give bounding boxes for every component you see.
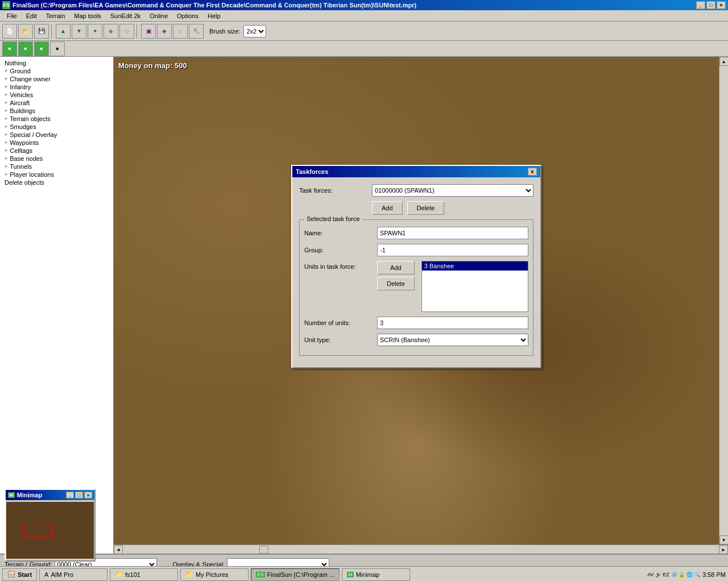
expand-icon: + xyxy=(5,84,7,90)
minimap-title: Minimap xyxy=(17,492,43,498)
unit-type-select[interactable]: SCRIN (Banshee) xyxy=(377,334,528,346)
minimap-close[interactable]: × xyxy=(84,492,92,498)
tool2[interactable]: ▼ xyxy=(72,24,86,39)
tool-c[interactable]: ■ xyxy=(34,41,49,56)
sep1 xyxy=(51,24,53,39)
h-scrollbar-thumb[interactable] xyxy=(259,546,268,554)
taskbar-finalsun[interactable]: FS FinalSun (C:\Program ... xyxy=(251,568,340,581)
brush-size-label: Brush size: xyxy=(209,28,240,35)
menu-file[interactable]: File xyxy=(2,11,22,20)
scroll-up-btn[interactable]: ▲ xyxy=(719,57,729,66)
group-input[interactable] xyxy=(377,244,528,256)
open-btn[interactable]: 📂 xyxy=(18,24,33,39)
brush-size-select[interactable]: 1x1 2x2 3x3 4x4 5x5 6x6 xyxy=(243,25,266,38)
minimap-canvas[interactable] xyxy=(6,502,94,559)
scroll-down-btn[interactable]: ▼ xyxy=(719,535,729,544)
taskbar-pictures-icon: 📁 xyxy=(185,571,193,578)
tool9[interactable]: 🔧 xyxy=(189,24,204,39)
taskbar-fs101[interactable]: 📁 fs101 xyxy=(110,568,178,581)
taskbar-finalsun-label: FinalSun (C:\Program ... xyxy=(267,571,335,578)
minimap-maximize[interactable]: □ xyxy=(75,492,83,498)
tree-item-label: Player locations xyxy=(10,171,54,178)
menu-edit[interactable]: Edit xyxy=(22,11,42,20)
tree-item-nothing[interactable]: Nothing xyxy=(0,59,113,67)
menu-sunedit[interactable]: SunEdit 2k xyxy=(106,11,145,20)
start-button[interactable]: 🪟 Start xyxy=(2,568,37,581)
taskbar-right: AV 🔊 EZ ⚙️ 🔒 🌐 🔍 3:58 PM xyxy=(647,571,726,578)
menu-terrain[interactable]: Terrain xyxy=(42,11,70,20)
tree-item-player-locations[interactable]: + Player locations xyxy=(0,171,113,178)
tree-item-label: Base nodes xyxy=(10,155,43,162)
tree-item-smudges[interactable]: + Smudges xyxy=(0,123,113,131)
scroll-left-btn[interactable]: ◄ xyxy=(114,545,123,554)
map-scrollbar-bottom[interactable]: ◄ ► xyxy=(114,544,728,554)
dialog-close-btn[interactable]: × xyxy=(528,168,537,176)
tree-item-infantry[interactable]: + Infantry xyxy=(0,83,113,91)
tool3[interactable]: ✦ xyxy=(88,24,102,39)
taskbar-minimap-label: Minimap xyxy=(356,571,380,578)
group-label: Group: xyxy=(304,247,373,253)
taskbar-aim[interactable]: A AIM Pro xyxy=(39,568,107,581)
add-unit-btn[interactable]: Add xyxy=(377,261,415,275)
taskbar-minimap[interactable]: M Minimap xyxy=(342,568,410,581)
close-btn[interactable]: × xyxy=(717,1,726,9)
tool1[interactable]: ▲ xyxy=(56,24,71,39)
scroll-right-btn[interactable]: ► xyxy=(719,545,728,554)
taskbar-finalsun-icon: FS xyxy=(256,572,265,577)
map-area[interactable]: Money on map: 500 Taskforces × Task forc… xyxy=(114,57,719,544)
tree-item-label: Infantry xyxy=(10,84,31,90)
tool-d[interactable]: ■ xyxy=(50,41,65,56)
tool5[interactable]: ◇ xyxy=(119,24,134,39)
tree-item-ground[interactable]: + Ground xyxy=(0,67,113,75)
minimize-btn[interactable]: _ xyxy=(696,1,705,9)
task-forces-select[interactable]: 01000000 (SPAWN1) xyxy=(372,184,533,197)
tree-item-delete-objects[interactable]: Delete objects xyxy=(0,178,113,186)
tree-item-special-overlay[interactable]: + Special / Overlay xyxy=(0,131,113,139)
tool-b[interactable]: ■ xyxy=(18,41,33,56)
taskbar-pictures[interactable]: 📁 My Pictures xyxy=(180,568,249,581)
maximize-btn[interactable]: □ xyxy=(706,1,715,9)
group-legend: Selected task force xyxy=(304,215,362,222)
tree-item-waypoints[interactable]: + Waypoints xyxy=(0,139,113,147)
tool-a[interactable]: ■ xyxy=(2,41,17,56)
minimap-dot-3 xyxy=(46,537,48,539)
units-buttons: Add Delete xyxy=(377,261,415,312)
minimap-minimize[interactable]: _ xyxy=(66,492,74,498)
taskforces-dialog: Taskforces × Task forces: 01000000 (SPAW… xyxy=(291,165,541,368)
add-taskforce-btn[interactable]: Add xyxy=(372,201,403,215)
menu-map-tools[interactable]: Map tools xyxy=(69,11,106,20)
tree-item-terrain-objects[interactable]: + Terrain objects xyxy=(0,115,113,123)
tree-item-tunnels[interactable]: + Tunnels xyxy=(0,163,113,171)
tree-item-change-owner[interactable]: + Change owner xyxy=(0,75,113,83)
tree-item-buildings[interactable]: + Buildings xyxy=(0,107,113,115)
tree-item-label: Aircraft xyxy=(10,99,30,106)
unit-list-item[interactable]: 3 Banshee xyxy=(422,261,528,271)
menu-help[interactable]: Help xyxy=(203,11,225,20)
tree-item-base-nodes[interactable]: + Base nodes xyxy=(0,155,113,163)
save-btn[interactable]: 💾 xyxy=(34,24,49,39)
units-listbox[interactable]: 3 Banshee xyxy=(421,261,528,312)
tree-item-aircraft[interactable]: + Aircraft xyxy=(0,99,113,107)
left-panel: Nothing + Ground + Change owner + Infant… xyxy=(0,57,114,554)
tool4[interactable]: ◆ xyxy=(104,24,118,39)
menu-online[interactable]: Online xyxy=(145,11,172,20)
tool7[interactable]: ◈ xyxy=(157,24,172,39)
minimap-viewport-rect xyxy=(24,523,53,537)
name-input[interactable] xyxy=(377,227,528,239)
tool6[interactable]: ▣ xyxy=(141,24,156,39)
expand-icon: + xyxy=(5,124,7,130)
delete-taskforce-btn[interactable]: Delete xyxy=(407,201,445,215)
num-units-input[interactable] xyxy=(377,317,528,329)
expand-icon: + xyxy=(5,164,7,169)
map-scrollbar-right[interactable]: ▲ ▼ xyxy=(719,57,728,544)
main-toolbar: 📄 📂 💾 ▲ ▼ ✦ ◆ ◇ ▣ ◈ ↓ 🔧 Brush size: 1x1 … xyxy=(0,22,728,41)
taskbar-fs101-label: fs101 xyxy=(125,571,140,578)
tree-item-label: Tunnels xyxy=(10,163,32,170)
tool8[interactable]: ↓ xyxy=(173,24,188,39)
delete-unit-btn[interactable]: Delete xyxy=(377,277,415,290)
tree-item-celltags[interactable]: + Celltags xyxy=(0,147,113,155)
dialog-title-text: Taskforces xyxy=(296,168,328,175)
tree-item-vehicles[interactable]: + Vehicles xyxy=(0,91,113,99)
menu-options[interactable]: Options xyxy=(172,11,203,20)
new-btn[interactable]: 📄 xyxy=(2,24,17,39)
